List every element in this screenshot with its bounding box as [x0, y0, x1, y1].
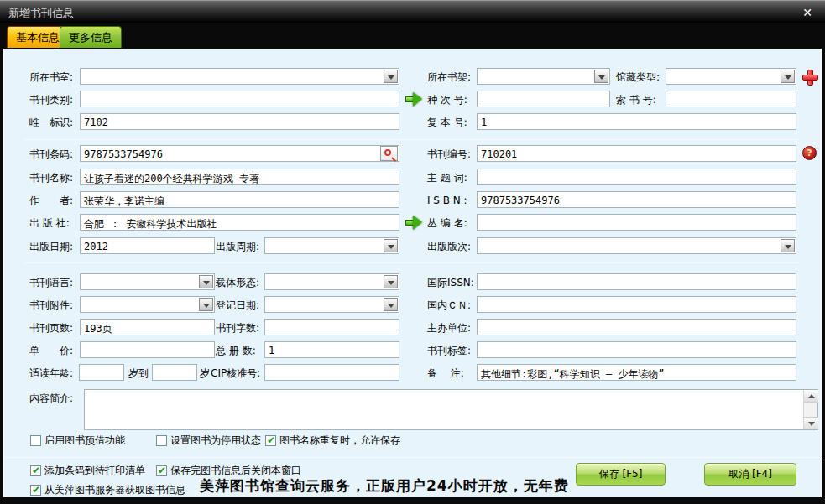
checkbox-icon[interactable]: [30, 465, 41, 476]
register-date-label: 登记日期:: [216, 299, 259, 311]
copy-no-input[interactable]: 1: [477, 113, 796, 130]
format-select[interactable]: 16开: [264, 273, 399, 290]
chevron-down-icon[interactable]: [781, 239, 795, 252]
age-label: 适读年龄:: [29, 367, 73, 379]
scrollbar[interactable]: [803, 390, 817, 429]
collection-type-value: kwsw: [706, 83, 730, 85]
barcode-input[interactable]: 9787533754976: [80, 145, 399, 162]
chevron-down-icon[interactable]: [384, 275, 398, 288]
edition-select[interactable]: [477, 237, 796, 254]
price-input[interactable]: [80, 341, 215, 358]
book-no-input[interactable]: 710201: [477, 145, 796, 162]
shelf-select[interactable]: 01: [477, 68, 610, 85]
title-bar: 新增书刊信息 ✕: [0, 0, 825, 23]
chevron-down-icon[interactable]: [594, 70, 608, 83]
allow-duplicate-checkbox[interactable]: 图书名称重复时，允许保存: [265, 434, 400, 448]
attachment-select[interactable]: [80, 296, 215, 313]
series-label: 丛 编 名:: [427, 217, 467, 229]
checkbox-icon[interactable]: [30, 485, 41, 496]
age-to-input[interactable]: [152, 364, 197, 381]
chevron-down-icon[interactable]: [384, 239, 398, 252]
room-select[interactable]: [80, 68, 399, 85]
add-barcode-print-label: 添加条码到待打印清单: [44, 464, 145, 478]
next-arrow-icon[interactable]: [405, 92, 423, 107]
cip-input[interactable]: [264, 364, 399, 381]
isbn-input[interactable]: 9787533754976: [477, 191, 796, 208]
fetch-from-server-label: 从美萍图书服务器获取图书信息: [44, 483, 185, 497]
register-date-value: 2022-09-24: [305, 311, 365, 313]
subject-input[interactable]: [477, 169, 796, 185]
unique-id-input[interactable]: 7102: [80, 113, 399, 130]
chevron-down-icon[interactable]: [384, 70, 398, 83]
scroll-up-icon[interactable]: [804, 390, 818, 403]
disable-book-checkbox[interactable]: 设置图书为停用状态: [156, 434, 261, 448]
book-no-label: 书刊编号:: [427, 148, 471, 160]
help-icon[interactable]: ?: [802, 146, 817, 160]
title-label: 书刊名称:: [29, 172, 73, 184]
checkbox-icon[interactable]: [30, 435, 41, 446]
search-icon[interactable]: [380, 146, 398, 161]
author-input[interactable]: 张荣华，李诺主编: [80, 191, 399, 208]
cip-label: CIP核准号:: [211, 367, 260, 379]
publisher-label: 出 版 社:: [29, 217, 70, 229]
word-count-input[interactable]: [264, 319, 399, 335]
tags-label: 书刊标签:: [427, 345, 471, 356]
publisher-input[interactable]: 合肥 ： 安徽科学技术出版社: [80, 214, 399, 231]
chevron-down-icon[interactable]: [199, 298, 213, 311]
species-no-input[interactable]: [477, 91, 610, 107]
word-count-label: 书刊字数:: [216, 322, 259, 334]
allow-duplicate-label: 图书名称重复时，允许保存: [279, 434, 400, 448]
cn-label: 国内ＣＮ:: [427, 299, 471, 311]
pages-input[interactable]: 193页: [80, 319, 215, 335]
format-value: 16开: [305, 289, 326, 290]
chevron-down-icon[interactable]: [199, 275, 213, 288]
chevron-down-icon[interactable]: [781, 70, 795, 83]
pub-date-input[interactable]: 2012: [80, 237, 215, 254]
age-from-input[interactable]: [79, 364, 124, 381]
cancel-button[interactable]: 取消 [F4]: [704, 463, 796, 486]
add-barcode-print-checkbox[interactable]: 添加条码到待打印清单: [30, 464, 145, 478]
call-no-label: 索 书 号:: [616, 94, 656, 106]
add-book-dialog: 新增书刊信息 ✕ 基本信息 更多信息 所在书室: 所在书架: 01 馆藏类型: …: [0, 0, 825, 504]
scroll-down-icon[interactable]: [804, 417, 818, 429]
total-volumes-label: 总 册 数:: [216, 345, 256, 356]
chevron-down-icon[interactable]: [384, 298, 398, 311]
summary-textarea[interactable]: [84, 389, 818, 430]
age-suffix-label: 岁: [200, 367, 210, 379]
pages-label: 书刊页数:: [29, 322, 73, 334]
cn-input[interactable]: [477, 296, 796, 313]
call-no-input[interactable]: [666, 91, 796, 107]
close-icon[interactable]: ✕: [796, 4, 818, 21]
next-arrow-icon[interactable]: [405, 216, 423, 230]
remarks-input[interactable]: 其他细节:彩图,“科学知识 — 少年读物”: [477, 364, 796, 381]
language-select[interactable]: [80, 273, 215, 290]
issn-input[interactable]: [477, 273, 796, 290]
collection-type-label: 馆藏类型:: [616, 71, 660, 83]
checkbox-icon[interactable]: [265, 435, 276, 446]
author-label: 作 者:: [29, 195, 73, 206]
species-no-label: 种 次 号:: [427, 94, 467, 106]
total-volumes-input[interactable]: 1: [264, 341, 399, 358]
enable-reserve-checkbox[interactable]: 启用图书预借功能: [30, 434, 125, 448]
checkbox-icon[interactable]: [156, 465, 167, 476]
divider: [24, 139, 798, 140]
checkbox-icon[interactable]: [156, 435, 167, 446]
register-date-select[interactable]: 2022-09-24: [264, 296, 399, 313]
title-input[interactable]: 让孩子着迷的200个经典科学游戏 专著: [80, 169, 399, 185]
collection-type-select[interactable]: kwsw: [666, 68, 796, 85]
category-input[interactable]: [80, 91, 399, 107]
pub-cycle-label: 出版周期:: [216, 241, 259, 252]
format-label: 载体形态:: [216, 277, 259, 288]
add-collection-type-icon[interactable]: [802, 70, 817, 84]
series-input[interactable]: [477, 214, 796, 231]
disable-book-label: 设置图书为停用状态: [170, 434, 261, 448]
attachment-label: 书刊附件:: [29, 299, 73, 311]
tags-input[interactable]: [477, 341, 796, 358]
tab-more-info[interactable]: 更多信息: [60, 26, 122, 48]
organizer-input[interactable]: [477, 319, 796, 335]
edition-label: 出版版次:: [427, 241, 471, 252]
pub-cycle-select[interactable]: [264, 237, 399, 254]
save-button[interactable]: 保存 [F5]: [576, 463, 666, 486]
divider: [4, 457, 822, 458]
fetch-from-server-checkbox[interactable]: 从美萍图书服务器获取图书信息: [30, 483, 185, 497]
